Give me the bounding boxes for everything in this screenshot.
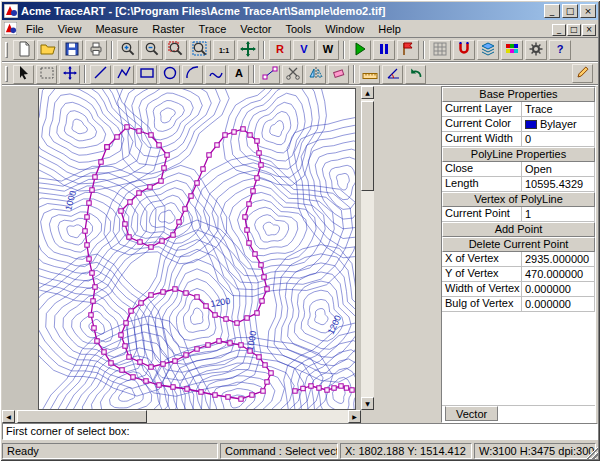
vertex-handle[interactable]: [350, 388, 354, 392]
close-button[interactable]: ×: [580, 4, 596, 18]
vertex-handle[interactable]: [195, 295, 199, 299]
command-line-input[interactable]: First corner of select box:: [2, 423, 598, 440]
grid-button[interactable]: [429, 40, 451, 60]
vertex-handle[interactable]: [137, 191, 141, 195]
vertex-handle[interactable]: [262, 275, 266, 279]
menu-tools[interactable]: Tools: [279, 22, 319, 36]
pause-trace-button[interactable]: [373, 40, 395, 60]
vertex-handle[interactable]: [269, 371, 273, 375]
vertex-handle[interactable]: [173, 287, 177, 291]
vertex-handle[interactable]: [89, 313, 93, 317]
move-tool-button[interactable]: [59, 65, 80, 84]
vertex-handle[interactable]: [87, 257, 91, 261]
toolbar-grip[interactable]: [5, 42, 8, 58]
vertex-handle[interactable]: [128, 200, 132, 204]
menu-raster[interactable]: Raster: [145, 22, 191, 36]
help-button[interactable]: ?: [549, 40, 571, 60]
menu-measure[interactable]: Measure: [88, 22, 145, 36]
vertex-handle[interactable]: [255, 139, 259, 143]
vertex-handle[interactable]: [339, 384, 343, 388]
vertex-handle[interactable]: [199, 390, 203, 394]
select-window-button[interactable]: [36, 65, 57, 84]
vertex-handle[interactable]: [157, 383, 161, 387]
vertex-handle[interactable]: [90, 188, 94, 192]
mdi-minimize-button[interactable]: _: [552, 24, 566, 36]
vertex-handle[interactable]: [177, 220, 181, 224]
vertex-handle[interactable]: [185, 387, 189, 391]
horizontal-scroll-track[interactable]: [147, 410, 348, 423]
vertex-handle[interactable]: [228, 341, 232, 345]
property-value[interactable]: Trace: [522, 102, 595, 117]
vertex-handle[interactable]: [184, 291, 188, 295]
zoom-extents-button[interactable]: [189, 40, 211, 60]
raster-canvas[interactable]: 1000120010001200: [38, 88, 356, 410]
mdi-close-button[interactable]: ×: [582, 24, 596, 36]
property-value[interactable]: 2935.000000: [522, 252, 595, 267]
scroll-up-button[interactable]: ▲: [361, 86, 374, 99]
vertex-handle[interactable]: [157, 143, 161, 147]
vertex-handle[interactable]: [251, 189, 255, 193]
vertex-handle[interactable]: [85, 215, 89, 219]
zoom-out-button[interactable]: [141, 40, 163, 60]
vertex-handle[interactable]: [127, 235, 131, 239]
property-value[interactable]: 10595.4329: [522, 177, 595, 192]
vertex-handle[interactable]: [109, 361, 113, 365]
vector-mode-button[interactable]: V: [293, 40, 315, 60]
vertex-handle[interactable]: [159, 179, 163, 183]
vertex-handle[interactable]: [165, 153, 169, 157]
circle-tool-button[interactable]: [159, 65, 180, 84]
text-tool-button[interactable]: A: [228, 65, 249, 84]
scroll-right-button[interactable]: ▶: [348, 410, 361, 423]
vertex-handle[interactable]: [223, 133, 227, 137]
vertex-handle[interactable]: [119, 333, 123, 337]
vertex-handle[interactable]: [344, 386, 348, 390]
vertical-scrollbar[interactable]: ▲ ▼: [361, 86, 374, 410]
vertex-handle[interactable]: [139, 301, 143, 305]
vertex-handle[interactable]: [241, 127, 245, 131]
vertex-handle[interactable]: [207, 153, 211, 157]
vertex-handle[interactable]: [259, 263, 263, 267]
horizontal-scroll-thumb[interactable]: [17, 410, 147, 423]
vertex-handle[interactable]: [232, 130, 236, 134]
vertex-handle[interactable]: [259, 163, 263, 167]
vertex-handle[interactable]: [149, 245, 153, 249]
vertex-handle[interactable]: [293, 389, 297, 393]
vertex-handle[interactable]: [149, 133, 153, 137]
vertex-handle[interactable]: [85, 243, 89, 247]
property-value[interactable]: 1: [522, 207, 595, 222]
minimize-button[interactable]: _: [544, 4, 560, 18]
vertex-handle[interactable]: [148, 185, 152, 189]
vertex-handle[interactable]: [119, 209, 123, 213]
vertex-handle[interactable]: [171, 385, 175, 389]
vertex-handle[interactable]: [91, 299, 95, 303]
vertex-handle[interactable]: [125, 125, 129, 129]
arc-tool-button[interactable]: [182, 65, 203, 84]
delete-current-point-button[interactable]: Delete Current Point: [442, 237, 595, 252]
vertex-handle[interactable]: [160, 239, 164, 243]
vertex-handle[interactable]: [261, 389, 265, 393]
flag-marker-button[interactable]: [397, 40, 419, 60]
vertex-handle[interactable]: [173, 359, 177, 363]
property-value[interactable]: Open: [522, 162, 595, 177]
zoom-in-button[interactable]: [117, 40, 139, 60]
vertex-handle[interactable]: [189, 194, 193, 198]
vertex-handle[interactable]: [123, 222, 127, 226]
vertex-handle[interactable]: [195, 347, 199, 351]
vertex-handle[interactable]: [215, 143, 219, 147]
vertex-handle[interactable]: [257, 151, 261, 155]
layers-button[interactable]: [477, 40, 499, 60]
vertex-handle[interactable]: [149, 293, 153, 297]
vertex-handle[interactable]: [213, 313, 217, 317]
vertex-handle[interactable]: [124, 321, 128, 325]
vertex-handle[interactable]: [245, 316, 249, 320]
vertex-handle[interactable]: [171, 233, 175, 237]
property-value[interactable]: 0.000000: [522, 282, 595, 297]
vertex-handle[interactable]: [162, 166, 166, 170]
scroll-down-button[interactable]: ▼: [361, 397, 374, 410]
vertex-handle[interactable]: [90, 271, 94, 275]
zoom-window-button[interactable]: [165, 40, 187, 60]
resize-grip-icon[interactable]: [585, 446, 598, 459]
vertex-handle[interactable]: [129, 309, 133, 313]
document-icon[interactable]: [4, 22, 17, 35]
vertex-handle[interactable]: [201, 167, 205, 171]
